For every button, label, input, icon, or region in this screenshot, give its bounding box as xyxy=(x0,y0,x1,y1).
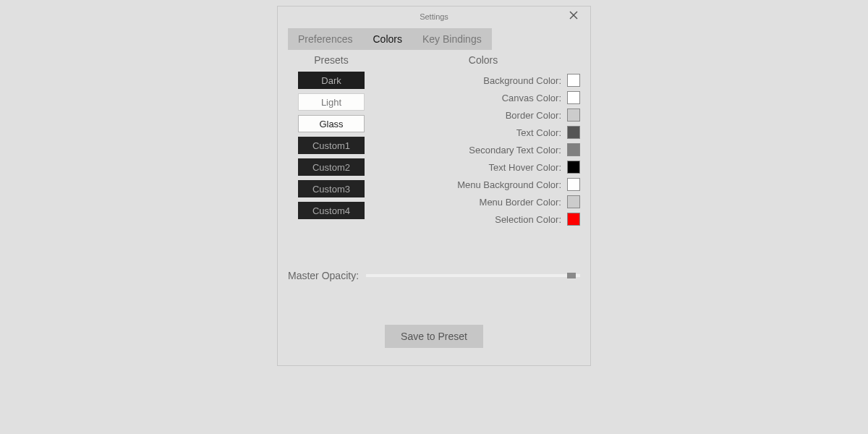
tab-colors[interactable]: Colors xyxy=(362,28,412,50)
preset-glass-button[interactable]: Glass xyxy=(298,115,365,132)
tab-bar: Preferences Colors Key Bindings xyxy=(288,28,492,50)
save-to-preset-button[interactable]: Save to Preset xyxy=(385,325,483,348)
color-row-secondary-text: Secondary Text Color: xyxy=(386,141,580,158)
tab-key-bindings[interactable]: Key Bindings xyxy=(412,28,492,50)
window-title: Settings xyxy=(420,12,448,21)
color-label: Selection Color: xyxy=(495,214,561,225)
color-label: Menu Background Color: xyxy=(457,179,561,190)
presets-column: Presets Dark Light Glass Custom1 Custom2… xyxy=(288,54,375,228)
color-label: Background Color: xyxy=(483,75,561,86)
colors-column: Colors Background Color: Canvas Color: B… xyxy=(386,54,580,228)
close-icon xyxy=(569,11,578,21)
color-label: Text Color: xyxy=(516,127,561,138)
color-swatch-menu-border[interactable] xyxy=(567,195,580,208)
preset-light-button[interactable]: Light xyxy=(298,93,365,111)
master-opacity-label: Master Opacity: xyxy=(288,270,359,281)
color-row-menu-border: Menu Border Color: xyxy=(386,193,580,210)
preset-dark-button[interactable]: Dark xyxy=(298,72,365,89)
close-button[interactable] xyxy=(567,9,580,22)
preset-custom3-button[interactable]: Custom3 xyxy=(298,180,365,197)
color-row-selection: Selection Color: xyxy=(386,210,580,228)
color-row-menu-background: Menu Background Color: xyxy=(386,176,580,193)
colors-panel: Presets Dark Light Glass Custom1 Custom2… xyxy=(288,54,580,228)
color-label: Border Color: xyxy=(506,110,561,121)
color-swatch-text[interactable] xyxy=(567,126,580,139)
color-row-background: Background Color: xyxy=(386,72,580,89)
colors-title: Colors xyxy=(386,54,580,66)
color-label: Canvas Color: xyxy=(502,93,561,103)
master-opacity-slider[interactable] xyxy=(366,274,580,277)
color-row-canvas: Canvas Color: xyxy=(386,89,580,106)
color-rows: Background Color: Canvas Color: Border C… xyxy=(386,72,580,228)
preset-custom2-button[interactable]: Custom2 xyxy=(298,158,365,176)
color-swatch-text-hover[interactable] xyxy=(567,161,580,174)
preset-custom1-button[interactable]: Custom1 xyxy=(298,137,365,154)
presets-title: Presets xyxy=(288,54,375,66)
color-row-border: Border Color: xyxy=(386,106,580,124)
color-swatch-border[interactable] xyxy=(567,109,580,122)
color-swatch-secondary-text[interactable] xyxy=(567,143,580,156)
slider-thumb[interactable] xyxy=(567,273,576,278)
color-swatch-selection[interactable] xyxy=(567,213,580,226)
color-row-text: Text Color: xyxy=(386,124,580,141)
color-label: Secondary Text Color: xyxy=(469,145,561,156)
master-opacity-row: Master Opacity: xyxy=(288,270,580,281)
color-label: Menu Border Color: xyxy=(480,197,561,208)
color-row-text-hover: Text Hover Color: xyxy=(386,158,580,176)
color-swatch-canvas[interactable] xyxy=(567,91,580,104)
color-swatch-menu-background[interactable] xyxy=(567,178,580,191)
save-row: Save to Preset xyxy=(288,325,580,348)
color-swatch-background[interactable] xyxy=(567,74,580,87)
color-label: Text Hover Color: xyxy=(489,162,561,173)
preset-custom4-button[interactable]: Custom4 xyxy=(298,202,365,219)
settings-window: Settings Preferences Colors Key Bindings… xyxy=(277,6,591,366)
tab-preferences[interactable]: Preferences xyxy=(288,28,362,50)
titlebar: Settings xyxy=(288,7,580,27)
